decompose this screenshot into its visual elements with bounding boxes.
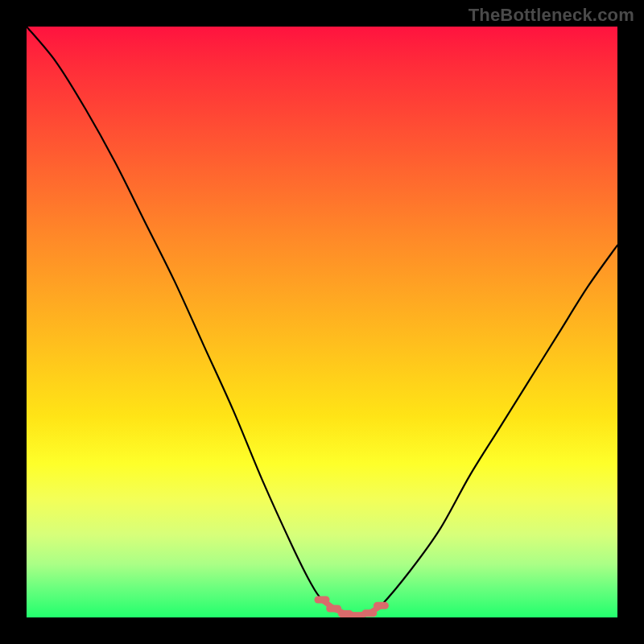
bottleneck-curve [27,27,617,617]
trough-markers [318,600,385,616]
chart-frame: TheBottleneck.com [0,0,644,644]
chart-svg [27,27,617,617]
watermark-text: TheBottleneck.com [469,5,634,26]
plot-area [27,27,617,617]
